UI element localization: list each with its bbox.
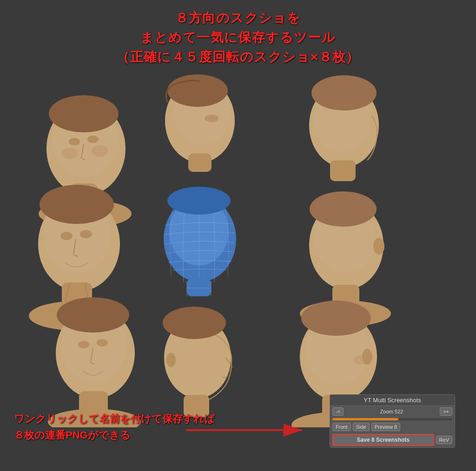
title-line2: まとめて一気に保存するツール	[0, 28, 476, 47]
plugin-panel: YT Multi Screenshots -< Zoom 522 >+ Fron…	[330, 394, 455, 448]
bottom-annotation: ワンクリックして名前を付けて保存すれば ８枚の連番PNGができる	[14, 411, 215, 443]
title-area: ８方向のスクショを まとめて一気に保存するツール （正確に４５度回転のスクショ×…	[0, 8, 476, 67]
save-row: Save 8 Screenshots ReV	[330, 432, 455, 447]
zoom-label: Zoom 522	[345, 409, 438, 414]
zoom-row: -< Zoom 522 >+	[330, 406, 455, 417]
save8-button[interactable]: Save 8 Screenshots	[332, 434, 434, 446]
zoom-bar-container	[330, 417, 455, 421]
title-line3: （正確に４５度回転のスクショ×８枚）	[0, 47, 476, 67]
zoom-next-button[interactable]: >+	[440, 407, 452, 416]
annotation-line1: ワンクリックして名前を付けて保存すれば	[14, 411, 215, 427]
preview8-button[interactable]: Preview 8	[371, 423, 400, 431]
zoom-bar-track	[332, 418, 452, 420]
zoom-bar-fill	[332, 418, 398, 420]
zoom-prev-button[interactable]: -<	[332, 407, 344, 416]
title-line1: ８方向のスクショを	[0, 8, 476, 28]
view-buttons-row: Front Side Preview 8	[330, 421, 455, 432]
front-button[interactable]: Front	[332, 423, 351, 431]
rev-button[interactable]: ReV	[436, 436, 452, 444]
side-button[interactable]: Side	[353, 423, 370, 431]
panel-title: YT Multi Screenshots	[330, 395, 455, 406]
annotation-line2: ８枚の連番PNGができる	[14, 427, 215, 443]
